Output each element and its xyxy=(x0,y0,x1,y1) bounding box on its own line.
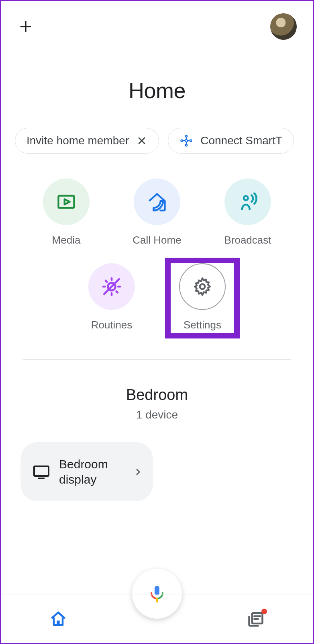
home-icon xyxy=(49,610,67,628)
action-label: Settings xyxy=(184,319,221,331)
chip-label: Invite home member xyxy=(27,134,129,147)
nav-home[interactable] xyxy=(49,610,67,628)
room-device-count: 1 device xyxy=(1,408,313,421)
svg-rect-11 xyxy=(57,620,59,625)
suggestion-chips: Invite home member Connect SmartT xyxy=(1,128,313,154)
hub-icon xyxy=(179,134,193,148)
settings-icon xyxy=(179,263,226,310)
action-call-home[interactable]: Call Home xyxy=(127,178,187,246)
action-label: Call Home xyxy=(133,234,181,246)
action-broadcast[interactable]: Broadcast xyxy=(218,178,278,246)
action-label: Broadcast xyxy=(224,234,271,246)
plus-icon xyxy=(18,18,34,35)
svg-rect-9 xyxy=(34,466,49,476)
page-title: Home xyxy=(1,78,313,103)
action-media[interactable]: Media xyxy=(36,178,96,246)
chevron-right-icon xyxy=(133,467,143,477)
call-home-icon xyxy=(134,178,180,225)
notification-badge xyxy=(261,609,267,614)
svg-point-1 xyxy=(186,135,188,137)
svg-point-3 xyxy=(181,140,183,142)
action-label: Routines xyxy=(91,319,133,331)
action-routines[interactable]: Routines xyxy=(82,263,142,331)
room-name: Bedroom xyxy=(1,386,313,404)
svg-point-8 xyxy=(200,284,205,289)
svg-point-2 xyxy=(186,144,188,146)
chip-invite-member[interactable]: Invite home member xyxy=(15,128,159,154)
media-icon xyxy=(43,178,90,225)
nav-feed[interactable] xyxy=(247,610,265,628)
svg-point-0 xyxy=(185,139,188,142)
action-label: Media xyxy=(52,234,81,246)
close-icon[interactable] xyxy=(136,135,147,146)
top-bar xyxy=(1,1,313,40)
svg-rect-5 xyxy=(59,196,74,208)
quick-actions: Media Call Home Broadcast xyxy=(1,178,313,331)
svg-rect-10 xyxy=(155,586,159,595)
add-button[interactable] xyxy=(17,18,34,35)
profile-avatar[interactable] xyxy=(270,13,297,40)
svg-point-4 xyxy=(190,140,192,142)
room-header: Bedroom 1 device xyxy=(1,386,313,421)
display-icon xyxy=(32,462,51,482)
device-name: Bedroom display xyxy=(59,457,125,487)
chip-label: Connect SmartT xyxy=(200,134,282,147)
svg-point-6 xyxy=(244,196,248,200)
divider xyxy=(23,359,291,360)
chip-connect-smartthings[interactable]: Connect SmartT xyxy=(168,128,294,154)
broadcast-icon xyxy=(224,178,271,225)
action-settings[interactable]: Settings xyxy=(172,263,232,331)
bottom-nav xyxy=(1,595,313,643)
routines-icon xyxy=(88,263,135,310)
device-card-bedroom-display[interactable]: Bedroom display xyxy=(20,442,153,501)
